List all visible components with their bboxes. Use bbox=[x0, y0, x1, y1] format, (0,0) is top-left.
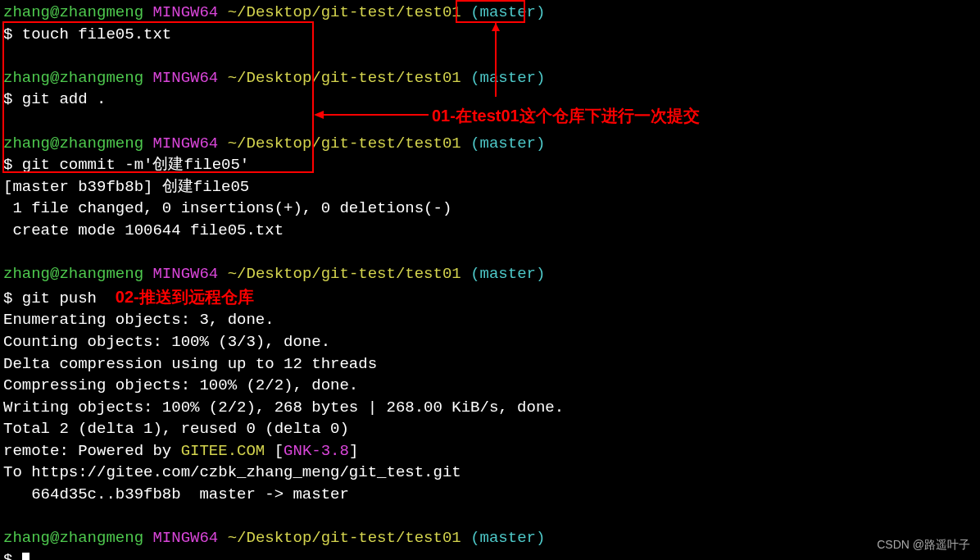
prompt-path: ~/Desktop/git-test/test01 bbox=[228, 3, 461, 21]
output-push9: 664d35c..b39fb8b master -> master bbox=[3, 484, 977, 506]
command-empty[interactable]: $ bbox=[3, 549, 977, 560]
prompt-line-2: zhang@zhangmeng MINGW64 ~/Desktop/git-te… bbox=[3, 67, 977, 89]
prompt-line-5: zhang@zhangmeng MINGW64 ~/Desktop/git-te… bbox=[3, 527, 977, 549]
watermark: CSDN @路遥叶子 bbox=[877, 537, 970, 553]
output-push4: Compressing objects: 100% (2/2), done. bbox=[3, 375, 977, 397]
prompt-branch: (master) bbox=[470, 3, 545, 21]
output-push7: remote: Powered by GITEE.COM [GNK-3.8] bbox=[3, 440, 977, 462]
prompt-line-4: zhang@zhangmeng MINGW64 ~/Desktop/git-te… bbox=[3, 263, 977, 285]
output-push3: Delta compression using up to 12 threads bbox=[3, 353, 977, 376]
command-touch: $ touch file05.txt bbox=[3, 24, 977, 46]
prompt-line-1: zhang@zhangmeng MINGW64 ~/Desktop/git-te… bbox=[3, 2, 977, 24]
output-push8: To https://gitee.com/czbk_zhang_meng/git… bbox=[3, 462, 977, 484]
prompt-line-3: zhang@zhangmeng MINGW64 ~/Desktop/git-te… bbox=[3, 133, 977, 155]
output-push5: Writing objects: 100% (2/2), 268 bytes |… bbox=[3, 397, 977, 419]
output-push6: Total 2 (delta 1), reused 0 (delta 0) bbox=[3, 418, 977, 440]
prompt-user: zhang@zhangmeng bbox=[3, 3, 143, 21]
terminal-window[interactable]: zhang@zhangmeng MINGW64 ~/Desktop/git-te… bbox=[0, 0, 980, 560]
command-gitpush: $ git push 02-推送到远程仓库 bbox=[3, 285, 977, 310]
output-push1: Enumerating objects: 3, done. bbox=[3, 309, 977, 331]
annotation-01: 01-在test01这个仓库下进行一次提交 bbox=[432, 104, 700, 127]
output-commit3: create mode 100644 file05.txt bbox=[3, 220, 977, 242]
output-push2: Counting objects: 100% (3/3), done. bbox=[3, 331, 977, 353]
output-commit1: [master b39fb8b] 创建file05 bbox=[3, 176, 977, 198]
output-commit2: 1 file changed, 0 insertions(+), 0 delet… bbox=[3, 198, 977, 220]
cursor-icon bbox=[22, 553, 29, 560]
prompt-mingw: MINGW64 bbox=[152, 3, 218, 21]
command-gitcommit: $ git commit -m'创建file05' bbox=[3, 154, 977, 176]
annotation-02: 02-推送到远程仓库 bbox=[116, 288, 254, 306]
